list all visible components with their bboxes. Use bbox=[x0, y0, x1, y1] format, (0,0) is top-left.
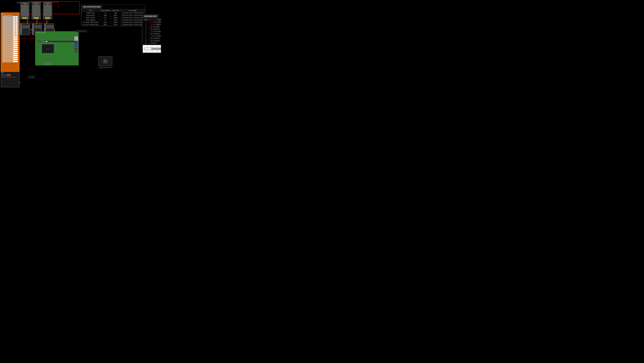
col-function: FUNCTION bbox=[150, 18, 161, 21]
motor-1: Axis 1 motor bbox=[20, 9, 29, 19]
col-wire: Wire bbox=[82, 9, 100, 12]
pdh-controls bbox=[1, 74, 19, 76]
table-row: 6No Connection bbox=[142, 32, 161, 35]
victor-2-body bbox=[34, 25, 42, 28]
connector-pin bbox=[154, 48, 155, 50]
table-row: 13.3V Supply Input bbox=[142, 21, 161, 23]
pdh-slot bbox=[2, 54, 18, 56]
table-row: 4No Connection bbox=[142, 28, 161, 30]
victor-1-label: VEX VICTOR SPX bbox=[21, 27, 22, 32]
pdh-slot bbox=[2, 46, 18, 48]
col-marking: Case Marking bbox=[100, 9, 111, 12]
pdh-lower-section: REV BATTERY VOLTAGE BATTERY INPUT bbox=[1, 72, 20, 87]
motor-1-label: Axis 1 motor bbox=[21, 16, 28, 17]
pdh-terminal-neg bbox=[9, 74, 10, 76]
cimcoder-table-header: CIMCODER INFO bbox=[143, 15, 158, 18]
table-row: 8No Connection bbox=[142, 37, 161, 40]
table-row: 10GND bbox=[142, 42, 161, 44]
usb-ports bbox=[74, 42, 78, 47]
victor-3-body bbox=[46, 25, 54, 28]
rpi-text: Raspberry Pi 4 Model B bbox=[36, 32, 78, 34]
gpio-pin bbox=[37, 41, 38, 42]
table-row: 3No Connection bbox=[142, 26, 161, 28]
gpio-pin bbox=[39, 41, 40, 42]
motor-1-terminal bbox=[22, 18, 28, 18]
table-row: Input GroundGNDBlack5.5in [139.7mm] ± 0.… bbox=[82, 14, 145, 16]
rpi-label-callout: Raspberry pi 4b bbox=[76, 30, 87, 32]
power-distribution-hub: REV REV POWER DISTRIBUTION HUB bbox=[1, 12, 20, 78]
motor-1-body bbox=[21, 10, 28, 16]
psu-label: 12V PSU bbox=[28, 76, 35, 78]
webcam-label: webcam running YOLO bbox=[98, 67, 112, 68]
pdh-brand-label: REV bbox=[1, 72, 19, 74]
motor-3-label: Fist motor bbox=[44, 16, 51, 17]
webcam bbox=[98, 56, 112, 66]
motor-2-terminal bbox=[34, 18, 39, 18]
connector-pin bbox=[159, 48, 160, 50]
gpio-pin bbox=[46, 41, 46, 42]
gpio-pin bbox=[46, 41, 48, 42]
cimcoder-info-panel: CIMCODER INFO PIN# FUNCTION 13.3V Supply… bbox=[142, 14, 161, 54]
gpio-pin bbox=[42, 41, 43, 42]
gpio-header bbox=[36, 40, 78, 42]
pdh-terminal-pos bbox=[7, 74, 8, 76]
connector-bottom-pins: 13579 bbox=[144, 50, 161, 52]
gpio-pin bbox=[41, 41, 42, 42]
connector-pin bbox=[153, 48, 154, 50]
table-row: 7Ch A Output bbox=[142, 35, 161, 37]
pdh-slot bbox=[2, 57, 18, 58]
connector-pin bbox=[155, 48, 156, 50]
pdh-slot bbox=[2, 38, 18, 40]
usb-port-2b bbox=[74, 50, 78, 52]
table-row: 25V Supply Input bbox=[142, 23, 161, 26]
usb2-ports bbox=[74, 48, 78, 52]
table-row: CAN-High / PWM SignalNoneYellow12.0in[30… bbox=[82, 21, 145, 24]
col-pin: PIN# bbox=[142, 18, 150, 21]
connector-pin bbox=[156, 48, 157, 50]
pdh-slot bbox=[2, 42, 18, 44]
pdh-label: REV REV POWER DISTRIBUTION HUB bbox=[2, 14, 12, 16]
pdh-display bbox=[2, 74, 4, 76]
table-row: 5CH B Output bbox=[142, 30, 161, 32]
motor-3-body bbox=[44, 10, 51, 16]
table-row: 9No Connection bbox=[142, 40, 161, 42]
connector-pin bbox=[158, 48, 158, 50]
pdh-slot bbox=[2, 59, 18, 60]
motor-2: Axis 2 motor bbox=[32, 9, 41, 19]
pdh-status-button bbox=[5, 74, 7, 76]
table-row: Motor PositiveM+White5.5in [139.7mm] ± 0… bbox=[82, 16, 145, 19]
webcam-area: webcam running YOLO bbox=[98, 56, 112, 68]
table-row: CAN-Low / PWM GroundNoneGreen12.0in[304.… bbox=[82, 24, 145, 26]
pdh-slot bbox=[2, 40, 18, 42]
victor-spx-1: VEX VICTOR SPX +V +AGND bbox=[20, 24, 30, 35]
gpio-pin bbox=[43, 41, 44, 42]
vex-victor-info-panel: VEX VICTOR SPX INFO Wire Case Marking Wi… bbox=[81, 5, 145, 26]
pdh-slot bbox=[2, 48, 18, 50]
pdh-slot bbox=[2, 36, 18, 38]
connector-top-pins: 246810 bbox=[144, 46, 161, 47]
hdmi-port: HDMI bbox=[45, 62, 51, 64]
connector-pin bbox=[152, 48, 152, 50]
vex-victor-table-header: VEX VICTOR SPX INFO bbox=[82, 6, 102, 8]
usb-port-3b bbox=[74, 45, 78, 47]
gpio-pin bbox=[38, 41, 39, 42]
connector-pin bbox=[160, 48, 161, 50]
rpi-cpu: BCM2711 bbox=[42, 44, 54, 53]
motor-2-label: Axis 2 motor bbox=[32, 16, 40, 17]
col-length: Wire Length bbox=[120, 9, 145, 12]
gpio-pin bbox=[40, 41, 41, 42]
motor-3-terminal bbox=[45, 18, 50, 18]
pdh-battery-input-label: BATTERY INPUT bbox=[10, 76, 16, 78]
motor-2-body bbox=[32, 10, 40, 16]
pdh-slot bbox=[2, 61, 18, 62]
pdh-slot bbox=[2, 52, 18, 54]
ethernet-port: ETH bbox=[74, 36, 78, 41]
cimcoder-2-label: CIMCODER 256 bbox=[32, 3, 40, 5]
motor-3: Fist motor bbox=[43, 9, 52, 19]
pdh-slot bbox=[2, 50, 18, 52]
table-row: Positive InputV+Red5.5in [139.7mm] ± 0.2… bbox=[82, 12, 145, 14]
connector-body bbox=[144, 48, 161, 50]
pdh-battery-voltage-label: BATTERY VOLTAGE bbox=[2, 76, 9, 78]
table-row: Motor NegativeM-Green5.5in [139.7mm] ± 0… bbox=[82, 19, 145, 21]
connector-diagram: 246810 13579 bbox=[143, 45, 161, 53]
